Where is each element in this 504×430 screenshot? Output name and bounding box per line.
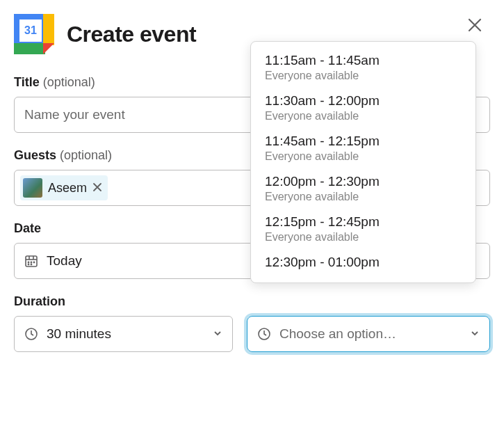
svg-point-4 <box>28 262 29 262</box>
availability-text: Everyone available <box>265 70 462 82</box>
duration-label: Duration <box>14 294 490 309</box>
duration-value: 30 minutes <box>47 326 111 342</box>
guest-name: Aseem <box>48 181 87 196</box>
time-options-dropdown: 11:15am - 11:45am Everyone available 11:… <box>250 41 476 283</box>
chevron-down-icon <box>470 326 480 342</box>
availability-text: Everyone available <box>265 191 462 203</box>
time-range: 11:30am - 12:00pm <box>265 93 462 109</box>
avatar <box>23 178 42 198</box>
time-select[interactable]: Choose an option… <box>247 316 490 352</box>
time-option[interactable]: 12:30pm - 01:00pm <box>251 249 475 277</box>
clock-icon <box>257 327 271 341</box>
guest-chip: Aseem <box>20 175 108 200</box>
clock-icon <box>24 327 38 341</box>
modal-title: Create event <box>67 22 196 47</box>
calendar-day-number: 31 <box>19 19 42 42</box>
time-range: 12:00pm - 12:30pm <box>265 174 462 189</box>
availability-text: Everyone available <box>265 150 462 163</box>
google-calendar-icon: 31 <box>14 14 54 54</box>
svg-point-6 <box>33 262 34 262</box>
duration-field-group: Duration 30 minutes <box>14 294 490 352</box>
time-option[interactable]: 11:30am - 12:00pm Everyone available <box>251 88 475 128</box>
time-option[interactable]: 11:45am - 12:15pm Everyone available <box>251 128 475 168</box>
calendar-grid-icon <box>24 254 38 268</box>
time-option[interactable]: 12:15pm - 12:45pm Everyone available <box>251 209 475 249</box>
chevron-down-icon <box>213 326 222 342</box>
time-option[interactable]: 11:15am - 11:45am Everyone available <box>251 47 475 88</box>
duration-select[interactable]: 30 minutes <box>14 316 233 352</box>
svg-point-7 <box>28 264 29 264</box>
time-option[interactable]: 12:00pm - 12:30pm Everyone available <box>251 168 475 209</box>
time-placeholder: Choose an option… <box>279 326 396 342</box>
time-range: 12:15pm - 12:45pm <box>265 214 462 230</box>
time-range: 11:15am - 11:45am <box>265 53 462 68</box>
optional-hint: (optional) <box>43 75 95 89</box>
close-button[interactable] <box>462 14 487 39</box>
svg-point-5 <box>31 262 31 262</box>
date-value: Today <box>47 253 82 269</box>
optional-hint: (optional) <box>60 148 112 162</box>
availability-text: Everyone available <box>265 110 462 122</box>
close-icon <box>467 16 482 38</box>
svg-point-8 <box>31 264 31 264</box>
remove-guest-button[interactable] <box>92 181 102 196</box>
time-range: 12:30pm - 01:00pm <box>265 255 462 270</box>
time-range: 11:45am - 12:15pm <box>265 134 462 149</box>
availability-text: Everyone available <box>265 231 462 244</box>
